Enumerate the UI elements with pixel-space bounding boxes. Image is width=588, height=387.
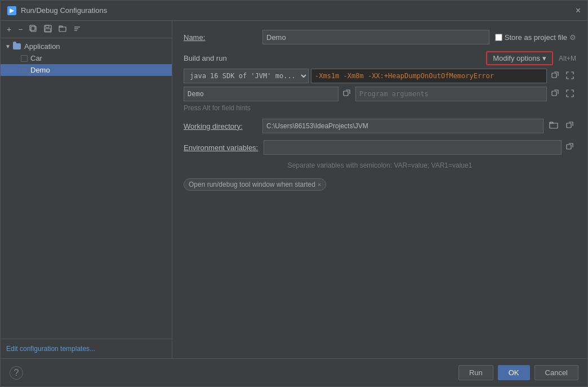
dialog-title: Run/Debug Configurations <box>21 6 107 15</box>
tag-open-tool-window: Open run/debug tool window when started … <box>184 178 326 191</box>
working-dir-folder-btn[interactable] <box>547 120 560 132</box>
title-bar: ▶ Run/Debug Configurations × <box>1 1 587 21</box>
tree-item-application[interactable]: ▼ Application <box>1 40 172 52</box>
svg-rect-0 <box>31 26 36 32</box>
run-button[interactable]: Run <box>458 365 493 380</box>
field-hint-text: Press Alt for field hints <box>184 104 251 112</box>
main-class-row <box>184 87 576 101</box>
program-arguments-input[interactable] <box>355 87 547 101</box>
svg-rect-12 <box>567 145 571 149</box>
save-config-button[interactable] <box>41 23 55 35</box>
env-hint-text: Separate variables with semicolon: VAR=v… <box>288 161 473 169</box>
working-dir-label: Working directory: <box>184 122 257 130</box>
name-row: Name: Store as project file ⚙ <box>184 30 576 44</box>
working-dir-row: Working directory: <box>184 119 576 133</box>
gear-icon: ⚙ <box>569 33 576 42</box>
name-label: Name: <box>184 33 257 42</box>
demo-label: Demo <box>30 66 50 74</box>
env-vars-label: Environment variables: <box>184 143 258 152</box>
svg-rect-8 <box>552 73 556 78</box>
left-panel: + − <box>1 21 172 358</box>
main-class-expand-btn[interactable] <box>341 88 353 100</box>
working-dir-edit-btn[interactable] <box>564 120 576 132</box>
application-label: Application <box>24 42 60 51</box>
content-area: + − <box>1 21 587 358</box>
env-vars-edit-btn[interactable] <box>564 142 576 154</box>
env-vars-input[interactable] <box>264 140 562 155</box>
section-title: Build and run <box>184 54 227 62</box>
tags-row: Open run/debug tool window when started … <box>184 176 576 191</box>
jvm-selector[interactable]: java 16 SDK of 'JVM' mo... <box>184 69 309 83</box>
sort-config-button[interactable] <box>70 23 84 35</box>
action-buttons: Run OK Cancel <box>458 365 578 380</box>
env-hint-row: Separate variables with semicolon: VAR=v… <box>184 161 576 169</box>
svg-rect-4 <box>45 29 51 32</box>
demo-checkbox[interactable] <box>21 67 28 74</box>
working-dir-input-area <box>262 119 576 133</box>
build-run-section: Build and run Modify options ▾ Alt+M jav… <box>184 51 576 112</box>
working-dir-input[interactable] <box>262 119 544 133</box>
svg-rect-10 <box>552 91 556 96</box>
ok-button[interactable]: OK <box>498 365 530 380</box>
car-label: Car <box>30 54 42 62</box>
right-panel: Name: Store as project file ⚙ Build and … <box>172 21 587 358</box>
run-debug-dialog: ▶ Run/Debug Configurations × + − <box>0 0 588 387</box>
section-header: Build and run Modify options ▾ Alt+M <box>184 51 576 65</box>
modify-options-button[interactable]: Modify options ▾ <box>486 51 553 65</box>
remove-config-button[interactable]: − <box>15 24 25 35</box>
expand-icon-application: ▼ <box>5 43 13 50</box>
jvm-args-fullscreen-btn[interactable] <box>564 70 576 82</box>
jvm-row: java 16 SDK of 'JVM' mo... <box>184 69 576 83</box>
env-vars-input-area <box>264 140 576 155</box>
folder-config-button[interactable] <box>56 24 69 35</box>
edit-templates-link[interactable]: Edit configuration templates... <box>1 339 172 358</box>
tree-item-car[interactable]: Car <box>1 52 172 64</box>
prog-args-fullscreen-btn[interactable] <box>564 88 576 100</box>
title-bar-left: ▶ Run/Debug Configurations <box>7 6 107 15</box>
add-config-button[interactable]: + <box>4 24 14 35</box>
svg-rect-1 <box>30 25 35 30</box>
env-vars-row: Environment variables: <box>184 140 576 155</box>
modify-options-label: Modify options <box>493 54 540 62</box>
toolbar: + − <box>1 21 172 38</box>
main-class-input[interactable] <box>184 87 338 101</box>
chevron-down-icon: ▾ <box>542 54 546 62</box>
config-tree: ▼ Application Car Demo <box>1 38 172 339</box>
store-project-file-label: Store as project file <box>505 33 567 42</box>
folder-icon-application <box>13 43 22 51</box>
close-button[interactable]: × <box>576 6 581 15</box>
shortcut-hint: Alt+M <box>559 55 576 62</box>
modify-options-area: Modify options ▾ Alt+M <box>486 51 576 65</box>
tree-item-demo[interactable]: Demo <box>1 64 172 76</box>
cancel-button[interactable]: Cancel <box>534 365 578 380</box>
tag-close-button[interactable]: × <box>318 181 321 188</box>
car-checkbox[interactable] <box>21 55 28 62</box>
tag-label: Open run/debug tool window when started <box>189 181 315 188</box>
svg-rect-9 <box>344 91 348 96</box>
jvm-args-expand-btn[interactable] <box>549 70 562 82</box>
copy-config-button[interactable] <box>26 23 40 35</box>
store-project-file-area: Store as project file ⚙ <box>495 33 576 42</box>
name-input[interactable] <box>262 30 489 44</box>
hint-row: Press Alt for field hints <box>184 104 576 112</box>
store-project-file-checkbox[interactable] <box>495 34 502 41</box>
jvm-args-input[interactable] <box>311 69 547 83</box>
bottom-bar: ? Run OK Cancel <box>1 358 587 386</box>
help-button[interactable]: ? <box>10 366 23 380</box>
app-icon: ▶ <box>7 6 16 15</box>
svg-rect-11 <box>567 123 571 128</box>
prog-args-expand-btn[interactable] <box>549 88 562 100</box>
